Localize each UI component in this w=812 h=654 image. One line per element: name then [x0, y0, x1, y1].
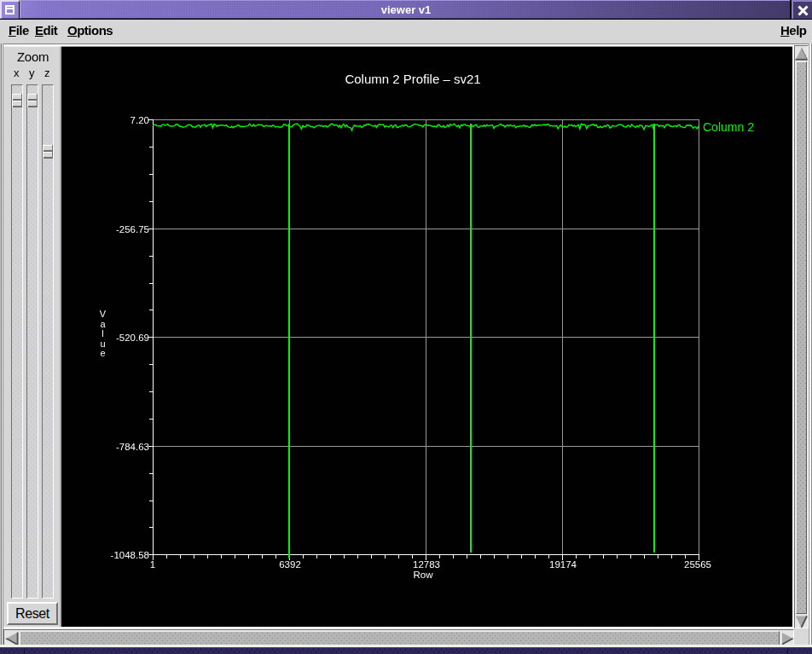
svg-text:e: e [100, 348, 105, 358]
svg-text:25565: 25565 [684, 559, 711, 570]
svg-text:l: l [102, 328, 103, 339]
svg-text:-1048.58: -1048.58 [111, 550, 149, 560]
svg-text:-520.69: -520.69 [116, 333, 149, 343]
svg-text:u: u [100, 339, 105, 349]
svg-text:1: 1 [150, 559, 155, 570]
svg-text:12783: 12783 [413, 559, 440, 570]
svg-text:Column 2 Profile – sv21: Column 2 Profile – sv21 [345, 72, 480, 86]
svg-text:V: V [100, 309, 107, 319]
svg-text:-256.75: -256.75 [116, 224, 149, 234]
svg-text:19174: 19174 [549, 559, 577, 570]
svg-text:Column 2: Column 2 [703, 120, 754, 134]
svg-text:a: a [100, 319, 106, 329]
svg-text:-784.63: -784.63 [116, 442, 149, 452]
svg-text:Row: Row [413, 570, 433, 580]
svg-text:7.20: 7.20 [130, 115, 149, 125]
svg-text:6392: 6392 [279, 559, 301, 570]
